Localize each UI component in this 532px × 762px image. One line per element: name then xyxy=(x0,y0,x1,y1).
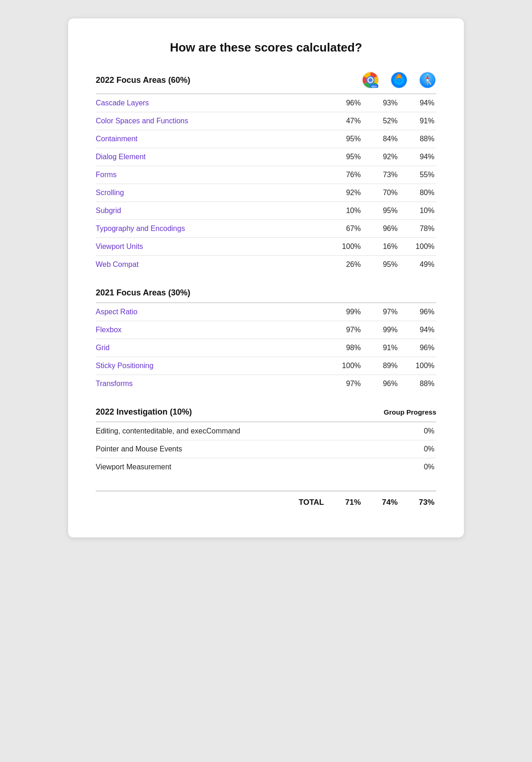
row-v1: 100% xyxy=(326,238,363,256)
row-v3: 100% xyxy=(399,238,436,256)
row-v2: 73% xyxy=(363,166,399,184)
table-row: Viewport Measurement 0% xyxy=(96,458,436,476)
row-v3: 94% xyxy=(399,94,436,112)
row-v: 0% xyxy=(399,458,436,476)
row-label[interactable]: Forms xyxy=(96,166,326,184)
row-v1: 26% xyxy=(326,256,363,274)
row-label[interactable]: Aspect Ratio xyxy=(96,303,326,321)
table-row: Aspect Ratio 99% 97% 96% xyxy=(96,303,436,321)
row-v3: 49% xyxy=(399,256,436,274)
row-label[interactable]: Subgrid xyxy=(96,202,326,220)
row-v: 0% xyxy=(399,422,436,440)
row-v3: 78% xyxy=(399,220,436,238)
chrome-icon: DEV xyxy=(362,71,379,89)
svg-text:DEV: DEV xyxy=(371,85,377,88)
row-v2: 91% xyxy=(363,339,399,357)
row-v1: 76% xyxy=(326,166,363,184)
total-row: TOTAL 71% 74% 73% xyxy=(96,491,436,512)
section-2022-investigation: 2022 Investigation (10%) Group Progress … xyxy=(96,407,436,476)
row-v1: 92% xyxy=(326,184,363,202)
safari-icon xyxy=(419,71,436,89)
row-v2: 99% xyxy=(363,321,399,339)
section-2021-title: 2021 Focus Areas (30%) xyxy=(96,288,436,298)
total-v1: 71% xyxy=(326,491,363,512)
total-v2: 74% xyxy=(363,491,399,512)
row-v1: 95% xyxy=(326,148,363,166)
row-v2: 92% xyxy=(363,148,399,166)
row-v1: 95% xyxy=(326,130,363,148)
row-v3: 96% xyxy=(399,339,436,357)
row-v1: 10% xyxy=(326,202,363,220)
row-v3: 96% xyxy=(399,303,436,321)
row-v1: 96% xyxy=(326,94,363,112)
section-investigation-title: 2022 Investigation (10%) xyxy=(96,407,384,417)
table-investigation: Editing, contenteditable, and execComman… xyxy=(96,422,436,476)
table-row: Transforms 97% 96% 88% xyxy=(96,375,436,393)
table-row: Sticky Positioning 100% 89% 100% xyxy=(96,357,436,375)
row-v1: 97% xyxy=(326,321,363,339)
table-row: Dialog Element 95% 92% 94% xyxy=(96,148,436,166)
browser-icons: DEV xyxy=(362,71,436,89)
row-v2: 70% xyxy=(363,184,399,202)
svg-point-13 xyxy=(398,79,401,82)
row-label[interactable]: Transforms xyxy=(96,375,326,393)
row-label: Editing, contenteditable, and execComman… xyxy=(96,422,399,440)
row-label[interactable]: Scrolling xyxy=(96,184,326,202)
table-row: Pointer and Mouse Events 0% xyxy=(96,440,436,458)
total-v3: 73% xyxy=(399,491,436,512)
table-row: Color Spaces and Functions 47% 52% 91% xyxy=(96,112,436,130)
row-label[interactable]: Containment xyxy=(96,130,326,148)
row-label[interactable]: Viewport Units xyxy=(96,238,326,256)
row-v2: 52% xyxy=(363,112,399,130)
table-row: Cascade Layers 96% 93% 94% xyxy=(96,94,436,112)
row-v1: 97% xyxy=(326,375,363,393)
section-2022-focus: 2022 Focus Areas (60%) xyxy=(96,71,436,273)
row-v2: 93% xyxy=(363,94,399,112)
row-label[interactable]: Grid xyxy=(96,339,326,357)
row-v2: 97% xyxy=(363,303,399,321)
section-2021-focus: 2021 Focus Areas (30%) Aspect Ratio 99% … xyxy=(96,288,436,393)
page-title: How are these scores calculated? xyxy=(96,40,436,55)
section-investigation-header-row: 2022 Investigation (10%) Group Progress xyxy=(96,407,436,421)
row-v1: 47% xyxy=(326,112,363,130)
row-label[interactable]: Cascade Layers xyxy=(96,94,326,112)
row-v1: 67% xyxy=(326,220,363,238)
table-row: Editing, contenteditable, and execComman… xyxy=(96,422,436,440)
row-v1: 99% xyxy=(326,303,363,321)
main-card: How are these scores calculated? 2022 Fo… xyxy=(68,18,464,537)
row-v2: 95% xyxy=(363,202,399,220)
svg-point-3 xyxy=(369,78,373,82)
row-label[interactable]: Sticky Positioning xyxy=(96,357,326,375)
table-row: Flexbox 97% 99% 94% xyxy=(96,321,436,339)
section-2022-header-row: 2022 Focus Areas (60%) xyxy=(96,71,436,93)
row-v3: 100% xyxy=(399,357,436,375)
table-row: Grid 98% 91% 96% xyxy=(96,339,436,357)
table-row: Subgrid 10% 95% 10% xyxy=(96,202,436,220)
row-v3: 55% xyxy=(399,166,436,184)
row-label[interactable]: Color Spaces and Functions xyxy=(96,112,326,130)
row-label[interactable]: Typography and Encodings xyxy=(96,220,326,238)
row-label[interactable]: Flexbox xyxy=(96,321,326,339)
row-v3: 88% xyxy=(399,130,436,148)
row-v3: 80% xyxy=(399,184,436,202)
row-v3: 88% xyxy=(399,375,436,393)
row-v2: 95% xyxy=(363,256,399,274)
section-2022-title: 2022 Focus Areas (60%) xyxy=(96,75,362,85)
table-row: Scrolling 92% 70% 80% xyxy=(96,184,436,202)
row-v2: 96% xyxy=(363,375,399,393)
svg-point-21 xyxy=(427,79,428,81)
row-v: 0% xyxy=(399,440,436,458)
row-label[interactable]: Web Compat xyxy=(96,256,326,274)
firefox-icon xyxy=(390,71,408,89)
table-row: Containment 95% 84% 88% xyxy=(96,130,436,148)
table-2022-focus: Cascade Layers 96% 93% 94% Color Spaces … xyxy=(96,94,436,273)
row-v3: 94% xyxy=(399,148,436,166)
row-v3: 91% xyxy=(399,112,436,130)
table-row: Web Compat 26% 95% 49% xyxy=(96,256,436,274)
row-label: Pointer and Mouse Events xyxy=(96,440,399,458)
table-row: Viewport Units 100% 16% 100% xyxy=(96,238,436,256)
table-row: Forms 76% 73% 55% xyxy=(96,166,436,184)
row-v1: 100% xyxy=(326,357,363,375)
row-label[interactable]: Dialog Element xyxy=(96,148,326,166)
row-v3: 10% xyxy=(399,202,436,220)
